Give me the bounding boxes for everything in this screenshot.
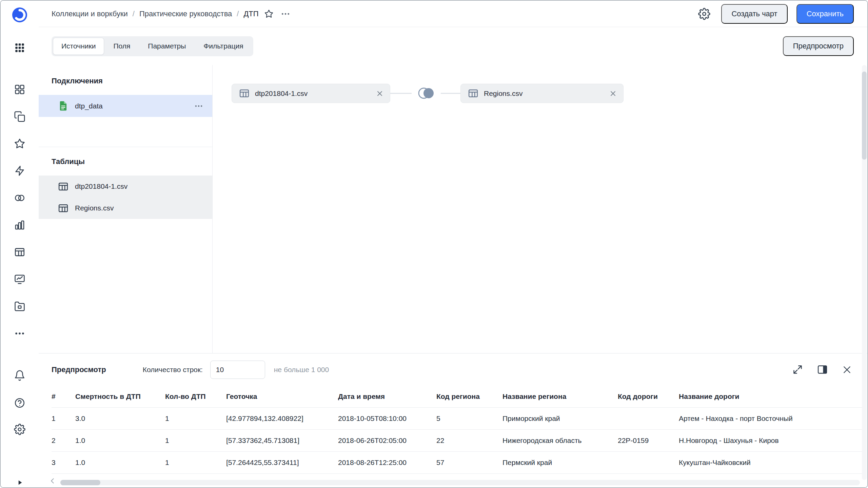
- join-canvas: dtp201804-1.csv: [213, 65, 867, 353]
- breadcrumb-guides[interactable]: Практические руководства: [128, 9, 232, 18]
- column-header: Название региона: [502, 386, 618, 408]
- vertical-scrollbar[interactable]: [862, 65, 867, 480]
- help-icon: [14, 397, 25, 409]
- preview-controls: Предпросмотр Количество строк: не больше…: [39, 353, 867, 386]
- cell: 5: [436, 408, 502, 430]
- create-chart-button[interactable]: Создать чарт: [721, 4, 787, 24]
- scroll-left-button[interactable]: [48, 476, 57, 485]
- nav-favorites[interactable]: [12, 136, 28, 152]
- remove-table-button[interactable]: [609, 89, 617, 98]
- table-item-dtp201804[interactable]: dtp201804-1.csv: [39, 176, 212, 197]
- notifications-button[interactable]: [12, 367, 28, 384]
- chevron-left-icon: [48, 476, 57, 485]
- cell: [618, 452, 679, 474]
- nav-connections[interactable]: [12, 163, 28, 179]
- tab-parameters[interactable]: Параметры: [139, 38, 194, 55]
- breadcrumb-more-button[interactable]: [280, 9, 291, 19]
- column-header: Смертность в ДТП: [75, 386, 165, 408]
- nav-monitoring[interactable]: [12, 271, 28, 287]
- connection-item-dtp-data[interactable]: dtp_data: [39, 95, 212, 117]
- cell: Кукуштан-Чайковский: [679, 452, 862, 474]
- cell: [618, 408, 679, 430]
- cell: Н.Новгород - Шахунья - Киров: [679, 430, 862, 452]
- table-row: 3 1.0 1 [57.264425,55.373411] 2018-08-26…: [52, 452, 862, 474]
- preview-panel: Предпросмотр Количество строк: не больше…: [39, 353, 867, 487]
- more-icon: [14, 328, 25, 339]
- canvas-node-label: Regions.csv: [484, 89, 604, 98]
- breadcrumb-current[interactable]: ДТП: [232, 9, 258, 18]
- preview-maximize-button[interactable]: [791, 363, 804, 377]
- cell: 1: [52, 408, 75, 430]
- canvas-table-node-right[interactable]: Regions.csv: [460, 84, 624, 103]
- nav-tables[interactable]: [12, 244, 28, 260]
- nav-collections[interactable]: [12, 108, 28, 125]
- tab-sources[interactable]: Источники: [53, 38, 104, 55]
- apps-grid-button[interactable]: [12, 40, 28, 56]
- cell: [57.264425,55.373411]: [226, 452, 338, 474]
- connection-more-button[interactable]: [194, 101, 203, 111]
- nav-charts[interactable]: [12, 217, 28, 233]
- cell: 22: [436, 430, 502, 452]
- ellipsis-icon: [280, 9, 291, 19]
- datalens-logo[interactable]: [12, 7, 28, 23]
- star-icon: [264, 9, 274, 19]
- cell: 57: [436, 452, 502, 474]
- column-header: Дата и время: [338, 386, 436, 408]
- tabs-bar: Источники Поля Параметры Фильтрация Пред…: [39, 27, 867, 65]
- nav-datasets[interactable]: [12, 190, 28, 206]
- cell: 1: [165, 430, 226, 452]
- column-header: Название дороги: [679, 386, 862, 408]
- datalens-logo-icon: [12, 5, 28, 25]
- close-icon: [842, 365, 852, 375]
- tab-filtering[interactable]: Фильтрация: [195, 38, 252, 55]
- table-icon: [468, 88, 479, 99]
- table-grid-icon: [14, 246, 25, 258]
- help-button[interactable]: [12, 395, 28, 411]
- preview-table-header-row: # Смертность в ДТП Кол-во ДТП Геоточка Д…: [52, 386, 862, 408]
- file-connection-icon: [58, 100, 69, 111]
- favorite-star-button[interactable]: [264, 9, 274, 19]
- settings-button[interactable]: [12, 421, 28, 438]
- nav-dashboards[interactable]: [12, 81, 28, 98]
- maximize-icon: [792, 364, 803, 375]
- sources-side-panel: Подключения dtp_data Таблицы: [39, 65, 213, 353]
- preview-toggle-button[interactable]: Предпросмотр: [783, 36, 854, 56]
- column-header: Кол-во ДТП: [165, 386, 226, 408]
- close-icon: [609, 89, 617, 98]
- canvas-node-label: dtp201804-1.csv: [255, 89, 371, 98]
- cell: 3.0: [75, 408, 165, 430]
- cell: 1: [165, 408, 226, 430]
- save-button[interactable]: Сохранить: [796, 4, 854, 24]
- expand-rail-button[interactable]: [12, 474, 28, 488]
- join-type-button[interactable]: [412, 84, 441, 103]
- cell: 1: [165, 452, 226, 474]
- tab-fields[interactable]: Поля: [105, 38, 139, 55]
- bar-chart-icon: [14, 219, 25, 231]
- table-icon: [239, 88, 250, 99]
- preview-actions: [791, 363, 854, 377]
- horizontal-scrollbar[interactable]: [60, 480, 860, 485]
- column-header: Код дороги: [618, 386, 679, 408]
- preview-split-view-button[interactable]: [815, 363, 829, 377]
- row-count-input[interactable]: [210, 361, 265, 379]
- cell: 2018-06-26T02:05:00: [338, 430, 436, 452]
- remove-table-button[interactable]: [376, 89, 384, 98]
- breadcrumb-collections[interactable]: Коллекции и воркбуки: [52, 9, 128, 18]
- app-window: Коллекции и воркбуки Практические руково…: [0, 0, 868, 488]
- dataset-settings-button[interactable]: [696, 6, 712, 22]
- vertical-scrollbar-thumb[interactable]: [862, 72, 867, 160]
- table-icon: [58, 181, 69, 192]
- nav-more[interactable]: [12, 325, 28, 342]
- monitor-chart-icon: [14, 273, 25, 285]
- apps-grid-icon: [14, 42, 25, 54]
- table-row: 2 1.0 1 [57.337362,45.713081] 2018-06-26…: [52, 430, 862, 452]
- horizontal-scrollbar-thumb[interactable]: [60, 480, 100, 485]
- stack-icon: [14, 111, 25, 122]
- cell: [57.337362,45.713081]: [226, 430, 338, 452]
- nav-files[interactable]: [12, 298, 28, 314]
- table-item-regions[interactable]: Regions.csv: [39, 197, 212, 219]
- canvas-table-node-left[interactable]: dtp201804-1.csv: [232, 84, 390, 103]
- preview-close-button[interactable]: [840, 363, 854, 377]
- connections-title: Подключения: [52, 77, 103, 85]
- connection-name: dtp_data: [75, 102, 188, 110]
